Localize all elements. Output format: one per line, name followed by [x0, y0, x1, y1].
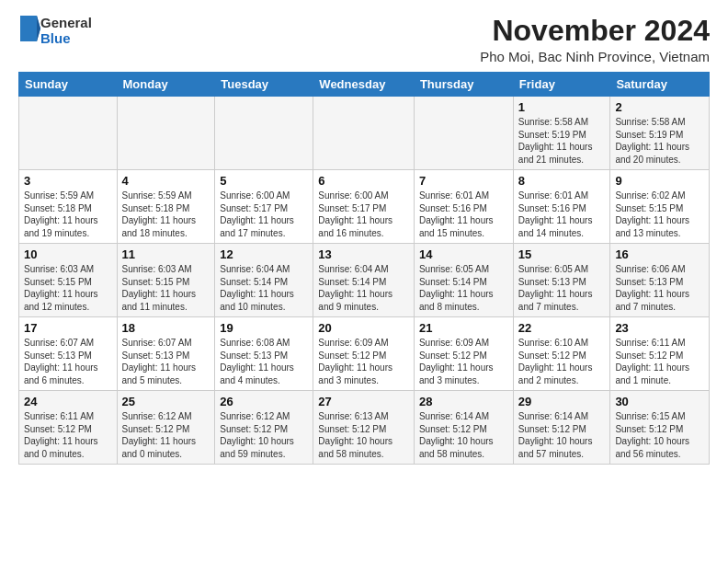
logo-general: General — [40, 15, 92, 30]
day-number: 5 — [220, 174, 308, 188]
calendar-cell: 19Sunrise: 6:08 AM Sunset: 5:13 PM Dayli… — [215, 317, 313, 391]
page-header: General Blue November 2024 Pho Moi, Bac … — [18, 15, 710, 64]
day-number: 24 — [24, 395, 112, 408]
day-number: 21 — [419, 321, 508, 335]
day-info: Sunrise: 6:12 AM Sunset: 5:12 PM Dayligh… — [220, 410, 308, 460]
day-number: 8 — [518, 174, 606, 188]
day-info: Sunrise: 6:05 AM Sunset: 5:13 PM Dayligh… — [518, 263, 606, 313]
calendar-cell: 8Sunrise: 6:01 AM Sunset: 5:16 PM Daylig… — [513, 170, 610, 244]
calendar-cell: 17Sunrise: 6:07 AM Sunset: 5:13 PM Dayli… — [19, 317, 118, 391]
day-number: 16 — [615, 247, 704, 261]
day-number: 2 — [615, 100, 704, 114]
day-info: Sunrise: 6:14 AM Sunset: 5:12 PM Dayligh… — [518, 410, 606, 460]
day-number: 27 — [318, 395, 409, 408]
day-info: Sunrise: 6:13 AM Sunset: 5:12 PM Dayligh… — [318, 410, 409, 460]
day-info: Sunrise: 5:58 AM Sunset: 5:19 PM Dayligh… — [518, 116, 606, 166]
logo: General Blue — [18, 15, 92, 47]
day-info: Sunrise: 6:11 AM Sunset: 5:12 PM Dayligh… — [24, 410, 112, 460]
day-info: Sunrise: 6:05 AM Sunset: 5:14 PM Dayligh… — [419, 263, 508, 313]
day-number: 9 — [615, 174, 704, 188]
calendar-cell: 9Sunrise: 6:02 AM Sunset: 5:15 PM Daylig… — [610, 170, 710, 244]
calendar-cell: 12Sunrise: 6:04 AM Sunset: 5:14 PM Dayli… — [215, 244, 313, 317]
calendar-cell: 24Sunrise: 6:11 AM Sunset: 5:12 PM Dayli… — [19, 391, 118, 465]
day-number: 15 — [518, 247, 606, 261]
title-block: November 2024 Pho Moi, Bac Ninh Province… — [480, 15, 710, 64]
day-info: Sunrise: 6:04 AM Sunset: 5:14 PM Dayligh… — [318, 263, 409, 313]
calendar-week-row: 3Sunrise: 5:59 AM Sunset: 5:18 PM Daylig… — [19, 170, 710, 244]
location: Pho Moi, Bac Ninh Province, Vietnam — [480, 49, 710, 64]
day-number: 6 — [318, 174, 409, 188]
calendar-cell: 5Sunrise: 6:00 AM Sunset: 5:17 PM Daylig… — [215, 170, 313, 244]
logo-text: General Blue — [40, 15, 92, 47]
day-number: 10 — [24, 247, 112, 261]
weekday-header-friday: Friday — [513, 73, 610, 97]
day-info: Sunrise: 6:03 AM Sunset: 5:15 PM Dayligh… — [24, 263, 112, 313]
day-number: 17 — [24, 321, 112, 335]
logo-icon — [20, 16, 40, 41]
calendar-header: SundayMondayTuesdayWednesdayThursdayFrid… — [19, 73, 710, 97]
calendar-cell: 1Sunrise: 5:58 AM Sunset: 5:19 PM Daylig… — [513, 97, 610, 170]
calendar-cell: 7Sunrise: 6:01 AM Sunset: 5:16 PM Daylig… — [414, 170, 513, 244]
calendar-week-row: 10Sunrise: 6:03 AM Sunset: 5:15 PM Dayli… — [19, 244, 710, 317]
day-number: 3 — [24, 174, 112, 188]
day-info: Sunrise: 6:01 AM Sunset: 5:16 PM Dayligh… — [419, 190, 508, 239]
day-number: 18 — [122, 321, 210, 335]
day-info: Sunrise: 6:07 AM Sunset: 5:13 PM Dayligh… — [24, 337, 112, 386]
day-info: Sunrise: 6:14 AM Sunset: 5:12 PM Dayligh… — [419, 410, 508, 460]
calendar-cell — [19, 97, 118, 170]
day-info: Sunrise: 6:08 AM Sunset: 5:13 PM Dayligh… — [220, 337, 308, 386]
day-info: Sunrise: 6:07 AM Sunset: 5:13 PM Dayligh… — [122, 337, 210, 386]
calendar-cell: 23Sunrise: 6:11 AM Sunset: 5:12 PM Dayli… — [610, 317, 710, 391]
calendar-cell: 26Sunrise: 6:12 AM Sunset: 5:12 PM Dayli… — [215, 391, 313, 465]
weekday-header-saturday: Saturday — [610, 73, 710, 97]
calendar-cell: 15Sunrise: 6:05 AM Sunset: 5:13 PM Dayli… — [513, 244, 610, 317]
calendar-cell: 13Sunrise: 6:04 AM Sunset: 5:14 PM Dayli… — [313, 244, 415, 317]
calendar-cell: 20Sunrise: 6:09 AM Sunset: 5:12 PM Dayli… — [313, 317, 415, 391]
calendar-week-row: 24Sunrise: 6:11 AM Sunset: 5:12 PM Dayli… — [19, 391, 710, 465]
weekday-header-thursday: Thursday — [414, 73, 513, 97]
calendar-cell — [313, 97, 415, 170]
day-number: 28 — [419, 395, 508, 408]
calendar-cell: 2Sunrise: 5:58 AM Sunset: 5:19 PM Daylig… — [610, 97, 710, 170]
day-number: 19 — [220, 321, 308, 335]
day-number: 7 — [419, 174, 508, 188]
logo-blue: Blue — [40, 30, 71, 46]
calendar-table: SundayMondayTuesdayWednesdayThursdayFrid… — [18, 72, 710, 465]
day-number: 22 — [518, 321, 606, 335]
calendar-cell: 11Sunrise: 6:03 AM Sunset: 5:15 PM Dayli… — [117, 244, 215, 317]
day-number: 23 — [615, 321, 704, 335]
day-info: Sunrise: 6:12 AM Sunset: 5:12 PM Dayligh… — [122, 410, 210, 460]
day-info: Sunrise: 6:09 AM Sunset: 5:12 PM Dayligh… — [318, 337, 409, 386]
day-number: 29 — [518, 395, 606, 408]
calendar-cell: 29Sunrise: 6:14 AM Sunset: 5:12 PM Dayli… — [513, 391, 610, 465]
day-info: Sunrise: 6:00 AM Sunset: 5:17 PM Dayligh… — [318, 190, 409, 239]
day-number: 14 — [419, 247, 508, 261]
calendar-cell: 25Sunrise: 6:12 AM Sunset: 5:12 PM Dayli… — [117, 391, 215, 465]
day-info: Sunrise: 5:58 AM Sunset: 5:19 PM Dayligh… — [615, 116, 704, 166]
calendar-week-row: 1Sunrise: 5:58 AM Sunset: 5:19 PM Daylig… — [19, 97, 710, 170]
calendar-cell — [414, 97, 513, 170]
day-number: 30 — [615, 395, 704, 408]
day-info: Sunrise: 6:02 AM Sunset: 5:15 PM Dayligh… — [615, 190, 704, 239]
calendar-cell: 28Sunrise: 6:14 AM Sunset: 5:12 PM Dayli… — [414, 391, 513, 465]
calendar-cell — [215, 97, 313, 170]
calendar-cell: 30Sunrise: 6:15 AM Sunset: 5:12 PM Dayli… — [610, 391, 710, 465]
calendar-cell: 22Sunrise: 6:10 AM Sunset: 5:12 PM Dayli… — [513, 317, 610, 391]
day-number: 11 — [122, 247, 210, 261]
day-info: Sunrise: 6:00 AM Sunset: 5:17 PM Dayligh… — [220, 190, 308, 239]
calendar-cell: 16Sunrise: 6:06 AM Sunset: 5:13 PM Dayli… — [610, 244, 710, 317]
day-number: 1 — [518, 100, 606, 114]
weekday-header-row: SundayMondayTuesdayWednesdayThursdayFrid… — [19, 73, 710, 97]
day-number: 4 — [122, 174, 210, 188]
weekday-header-tuesday: Tuesday — [215, 73, 313, 97]
day-info: Sunrise: 5:59 AM Sunset: 5:18 PM Dayligh… — [122, 190, 210, 239]
day-info: Sunrise: 5:59 AM Sunset: 5:18 PM Dayligh… — [24, 190, 112, 239]
calendar-cell: 10Sunrise: 6:03 AM Sunset: 5:15 PM Dayli… — [19, 244, 118, 317]
day-number: 26 — [220, 395, 308, 408]
weekday-header-wednesday: Wednesday — [313, 73, 415, 97]
calendar-week-row: 17Sunrise: 6:07 AM Sunset: 5:13 PM Dayli… — [19, 317, 710, 391]
calendar-cell — [117, 97, 215, 170]
weekday-header-monday: Monday — [117, 73, 215, 97]
calendar-cell: 27Sunrise: 6:13 AM Sunset: 5:12 PM Dayli… — [313, 391, 415, 465]
day-info: Sunrise: 6:15 AM Sunset: 5:12 PM Dayligh… — [615, 410, 704, 460]
